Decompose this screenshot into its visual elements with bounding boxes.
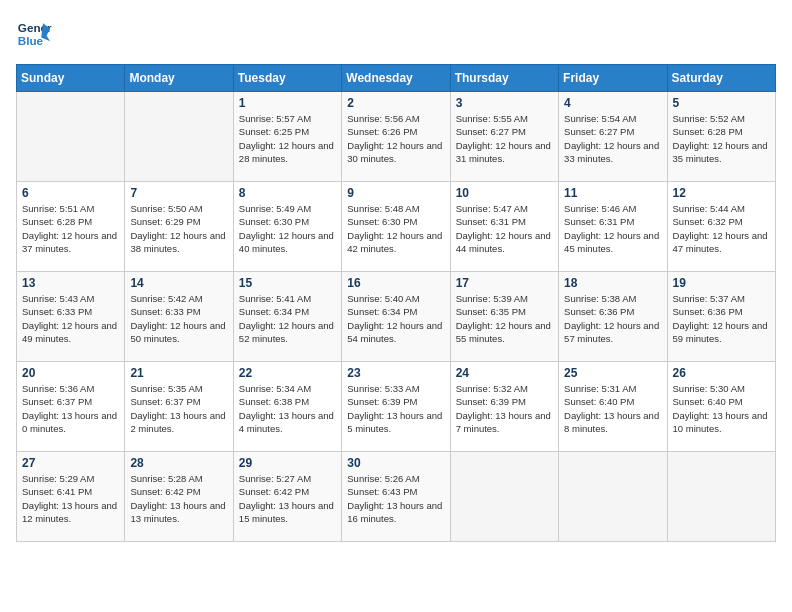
calendar-cell — [559, 452, 667, 542]
day-detail: Sunrise: 5:32 AM Sunset: 6:39 PM Dayligh… — [456, 382, 553, 435]
day-detail: Sunrise: 5:28 AM Sunset: 6:42 PM Dayligh… — [130, 472, 227, 525]
calendar-cell: 29Sunrise: 5:27 AM Sunset: 6:42 PM Dayli… — [233, 452, 341, 542]
weekday-header: Thursday — [450, 65, 558, 92]
day-detail: Sunrise: 5:35 AM Sunset: 6:37 PM Dayligh… — [130, 382, 227, 435]
calendar-cell: 17Sunrise: 5:39 AM Sunset: 6:35 PM Dayli… — [450, 272, 558, 362]
day-number: 13 — [22, 276, 119, 290]
weekday-header: Sunday — [17, 65, 125, 92]
calendar-cell: 3Sunrise: 5:55 AM Sunset: 6:27 PM Daylig… — [450, 92, 558, 182]
page-header: General Blue — [16, 16, 776, 52]
day-detail: Sunrise: 5:31 AM Sunset: 6:40 PM Dayligh… — [564, 382, 661, 435]
day-detail: Sunrise: 5:48 AM Sunset: 6:30 PM Dayligh… — [347, 202, 444, 255]
day-number: 16 — [347, 276, 444, 290]
calendar-cell: 24Sunrise: 5:32 AM Sunset: 6:39 PM Dayli… — [450, 362, 558, 452]
calendar-cell: 6Sunrise: 5:51 AM Sunset: 6:28 PM Daylig… — [17, 182, 125, 272]
day-number: 6 — [22, 186, 119, 200]
day-number: 23 — [347, 366, 444, 380]
day-detail: Sunrise: 5:37 AM Sunset: 6:36 PM Dayligh… — [673, 292, 770, 345]
day-number: 21 — [130, 366, 227, 380]
day-number: 27 — [22, 456, 119, 470]
weekday-header: Tuesday — [233, 65, 341, 92]
day-number: 1 — [239, 96, 336, 110]
day-detail: Sunrise: 5:38 AM Sunset: 6:36 PM Dayligh… — [564, 292, 661, 345]
day-number: 15 — [239, 276, 336, 290]
calendar-cell: 5Sunrise: 5:52 AM Sunset: 6:28 PM Daylig… — [667, 92, 775, 182]
calendar-cell — [17, 92, 125, 182]
calendar-cell: 20Sunrise: 5:36 AM Sunset: 6:37 PM Dayli… — [17, 362, 125, 452]
weekday-header: Saturday — [667, 65, 775, 92]
day-detail: Sunrise: 5:47 AM Sunset: 6:31 PM Dayligh… — [456, 202, 553, 255]
day-number: 26 — [673, 366, 770, 380]
logo-icon: General Blue — [16, 16, 52, 52]
calendar-cell: 18Sunrise: 5:38 AM Sunset: 6:36 PM Dayli… — [559, 272, 667, 362]
calendar-cell: 30Sunrise: 5:26 AM Sunset: 6:43 PM Dayli… — [342, 452, 450, 542]
day-number: 18 — [564, 276, 661, 290]
calendar-cell: 25Sunrise: 5:31 AM Sunset: 6:40 PM Dayli… — [559, 362, 667, 452]
calendar-cell: 12Sunrise: 5:44 AM Sunset: 6:32 PM Dayli… — [667, 182, 775, 272]
calendar-cell: 7Sunrise: 5:50 AM Sunset: 6:29 PM Daylig… — [125, 182, 233, 272]
weekday-header: Friday — [559, 65, 667, 92]
calendar-table: SundayMondayTuesdayWednesdayThursdayFrid… — [16, 64, 776, 542]
calendar-cell: 14Sunrise: 5:42 AM Sunset: 6:33 PM Dayli… — [125, 272, 233, 362]
day-detail: Sunrise: 5:46 AM Sunset: 6:31 PM Dayligh… — [564, 202, 661, 255]
calendar-cell: 13Sunrise: 5:43 AM Sunset: 6:33 PM Dayli… — [17, 272, 125, 362]
day-number: 7 — [130, 186, 227, 200]
calendar-cell — [450, 452, 558, 542]
day-number: 3 — [456, 96, 553, 110]
calendar-cell: 26Sunrise: 5:30 AM Sunset: 6:40 PM Dayli… — [667, 362, 775, 452]
day-detail: Sunrise: 5:30 AM Sunset: 6:40 PM Dayligh… — [673, 382, 770, 435]
weekday-header: Monday — [125, 65, 233, 92]
calendar-cell: 11Sunrise: 5:46 AM Sunset: 6:31 PM Dayli… — [559, 182, 667, 272]
day-number: 24 — [456, 366, 553, 380]
day-detail: Sunrise: 5:51 AM Sunset: 6:28 PM Dayligh… — [22, 202, 119, 255]
svg-text:Blue: Blue — [18, 34, 44, 47]
day-number: 5 — [673, 96, 770, 110]
day-number: 8 — [239, 186, 336, 200]
day-number: 12 — [673, 186, 770, 200]
day-number: 4 — [564, 96, 661, 110]
day-number: 28 — [130, 456, 227, 470]
day-number: 25 — [564, 366, 661, 380]
day-detail: Sunrise: 5:39 AM Sunset: 6:35 PM Dayligh… — [456, 292, 553, 345]
day-detail: Sunrise: 5:34 AM Sunset: 6:38 PM Dayligh… — [239, 382, 336, 435]
day-detail: Sunrise: 5:27 AM Sunset: 6:42 PM Dayligh… — [239, 472, 336, 525]
day-detail: Sunrise: 5:26 AM Sunset: 6:43 PM Dayligh… — [347, 472, 444, 525]
day-detail: Sunrise: 5:52 AM Sunset: 6:28 PM Dayligh… — [673, 112, 770, 165]
weekday-header: Wednesday — [342, 65, 450, 92]
day-number: 2 — [347, 96, 444, 110]
calendar-cell: 22Sunrise: 5:34 AM Sunset: 6:38 PM Dayli… — [233, 362, 341, 452]
calendar-cell: 4Sunrise: 5:54 AM Sunset: 6:27 PM Daylig… — [559, 92, 667, 182]
day-detail: Sunrise: 5:43 AM Sunset: 6:33 PM Dayligh… — [22, 292, 119, 345]
day-detail: Sunrise: 5:50 AM Sunset: 6:29 PM Dayligh… — [130, 202, 227, 255]
calendar-cell — [125, 92, 233, 182]
calendar-cell: 2Sunrise: 5:56 AM Sunset: 6:26 PM Daylig… — [342, 92, 450, 182]
day-detail: Sunrise: 5:36 AM Sunset: 6:37 PM Dayligh… — [22, 382, 119, 435]
day-detail: Sunrise: 5:57 AM Sunset: 6:25 PM Dayligh… — [239, 112, 336, 165]
day-detail: Sunrise: 5:55 AM Sunset: 6:27 PM Dayligh… — [456, 112, 553, 165]
calendar-cell: 23Sunrise: 5:33 AM Sunset: 6:39 PM Dayli… — [342, 362, 450, 452]
calendar-cell: 9Sunrise: 5:48 AM Sunset: 6:30 PM Daylig… — [342, 182, 450, 272]
day-detail: Sunrise: 5:33 AM Sunset: 6:39 PM Dayligh… — [347, 382, 444, 435]
day-detail: Sunrise: 5:56 AM Sunset: 6:26 PM Dayligh… — [347, 112, 444, 165]
day-detail: Sunrise: 5:54 AM Sunset: 6:27 PM Dayligh… — [564, 112, 661, 165]
day-number: 14 — [130, 276, 227, 290]
day-number: 30 — [347, 456, 444, 470]
day-detail: Sunrise: 5:41 AM Sunset: 6:34 PM Dayligh… — [239, 292, 336, 345]
day-detail: Sunrise: 5:49 AM Sunset: 6:30 PM Dayligh… — [239, 202, 336, 255]
day-number: 22 — [239, 366, 336, 380]
day-number: 20 — [22, 366, 119, 380]
day-number: 19 — [673, 276, 770, 290]
day-detail: Sunrise: 5:40 AM Sunset: 6:34 PM Dayligh… — [347, 292, 444, 345]
day-number: 17 — [456, 276, 553, 290]
calendar-cell — [667, 452, 775, 542]
day-number: 29 — [239, 456, 336, 470]
day-number: 9 — [347, 186, 444, 200]
day-number: 11 — [564, 186, 661, 200]
calendar-header: SundayMondayTuesdayWednesdayThursdayFrid… — [17, 65, 776, 92]
calendar-cell: 1Sunrise: 5:57 AM Sunset: 6:25 PM Daylig… — [233, 92, 341, 182]
calendar-cell: 19Sunrise: 5:37 AM Sunset: 6:36 PM Dayli… — [667, 272, 775, 362]
day-detail: Sunrise: 5:44 AM Sunset: 6:32 PM Dayligh… — [673, 202, 770, 255]
calendar-cell: 10Sunrise: 5:47 AM Sunset: 6:31 PM Dayli… — [450, 182, 558, 272]
calendar-cell: 8Sunrise: 5:49 AM Sunset: 6:30 PM Daylig… — [233, 182, 341, 272]
calendar-cell: 15Sunrise: 5:41 AM Sunset: 6:34 PM Dayli… — [233, 272, 341, 362]
